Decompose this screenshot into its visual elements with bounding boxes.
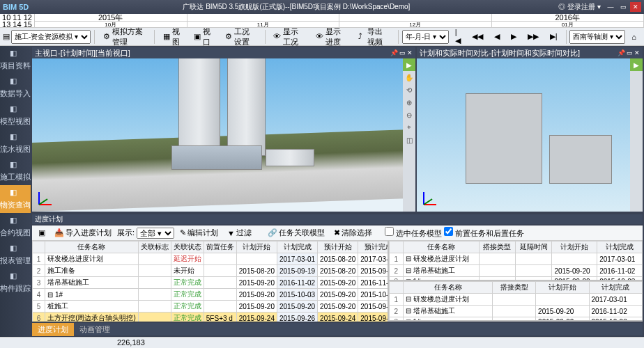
table-row[interactable]: 6 土方开挖(周边承台轴头明挖)正常完成5FS+3 d2015-09-24201…	[33, 313, 389, 322]
zoom-out-icon[interactable]: ⊖	[403, 109, 415, 121]
nav-item-4[interactable]: ◧施工模拟	[0, 157, 31, 185]
table-row[interactable]: 1研发楼总进度计划延迟开始2017-03-012015-08-202017-03…	[33, 253, 389, 265]
status-coords: 226,183	[117, 338, 145, 347]
section-icon[interactable]: ◫	[403, 134, 415, 146]
nav-item-1[interactable]: ◧数据导入	[0, 74, 31, 102]
table-row[interactable]: 5 桩施工正常完成2015-09-202015-09-202015-09-202…	[33, 301, 389, 313]
col-header[interactable]: 关联状态	[171, 242, 204, 253]
col-header[interactable]	[389, 242, 403, 253]
app-brand: BIM 5D	[3, 3, 29, 11]
minimize-button[interactable]: —	[605, 2, 616, 12]
panel-close-icon[interactable]: ✕	[634, 49, 640, 56]
3d-viewport-compare[interactable]: ▶	[417, 58, 643, 212]
col-header[interactable]: 延隔时间	[516, 242, 552, 253]
successor-table[interactable]: 任务名称搭接类型计划开始计划完成1⊟ 研发楼总进度计划2017-03-012 ⊟…	[389, 281, 643, 322]
table-row[interactable]: 3 塔吊基础施工正常完成2015-09-202016-11-022015-09-…	[33, 277, 389, 289]
col-header[interactable]: 计划开始	[552, 242, 597, 253]
prev-button[interactable]: ◀	[489, 30, 505, 43]
select-tool-icon[interactable]: ▶	[403, 58, 415, 71]
table-row[interactable]: 2 施工准备未开始2015-08-202015-09-192015-08-202…	[33, 265, 389, 277]
user-login[interactable]: ◎ 登录注册 ▾	[558, 2, 601, 12]
panel-title: 主视口-[计划时间][当前视口]	[35, 48, 130, 58]
home-view-icon[interactable]: ⌂	[627, 31, 641, 43]
col-header[interactable]: 搭接类型	[493, 282, 536, 294]
table-row[interactable]: 2 ⊟ 塔吊基础施工2015-09-202016-11-02	[389, 265, 642, 277]
nav-item-2[interactable]: ◧模型视图	[0, 102, 31, 129]
schedule-title: 进度计划	[32, 214, 643, 224]
tree-toggle-icon[interactable]: ▣	[35, 228, 49, 238]
col-header[interactable]: 任务名称	[45, 242, 139, 253]
col-header[interactable]: 前置任务	[204, 242, 236, 253]
filter-button[interactable]: ▼ 过滤	[224, 227, 255, 239]
panel-max-icon[interactable]: ▭	[399, 49, 406, 56]
first-button[interactable]: |◀	[450, 26, 466, 47]
fit-icon[interactable]: ⌖	[403, 121, 415, 134]
col-header[interactable]: 计划完成	[277, 242, 317, 253]
panel-pin-icon[interactable]: 📌	[618, 49, 625, 56]
select-tool-icon[interactable]: ▶	[630, 58, 643, 71]
chk-selected-model[interactable]: 选中任务模型	[385, 227, 442, 239]
date-format-combo[interactable]: 年-月-日 ▾	[402, 30, 449, 44]
col-header[interactable]	[33, 242, 45, 253]
maximize-button[interactable]: ▭	[618, 2, 629, 12]
col-header[interactable]: 预计开始	[318, 242, 358, 253]
pan-tool-icon[interactable]: ✋	[403, 71, 415, 84]
col-header[interactable]: 计划开始	[236, 242, 277, 253]
app-title: 广联达 BIM5D 3.5旗舰版(正式版)--[BIM5D项目案例 D:\Wor…	[34, 2, 558, 12]
table-row[interactable]: 2 ⊟ 塔吊基础施工2015-09-202016-11-02	[389, 306, 642, 317]
zoom-in-icon[interactable]: ⊕	[403, 96, 415, 109]
tab-schedule[interactable]: 进度计划	[32, 323, 74, 336]
table-row[interactable]: 4 ⊟ 1#正常完成2015-09-202015-10-032015-09-20…	[33, 289, 389, 301]
table-row[interactable]: 1⊟ 研发楼总进度计划2017-03-01	[389, 253, 642, 265]
orbit-tool-icon[interactable]: ⟲	[403, 84, 415, 96]
col-header[interactable]: 计划完成	[589, 282, 642, 294]
titlebar: BIM 5D 广联达 BIM5D 3.5旗舰版(正式版)--[BIM5D项目案例…	[0, 0, 644, 14]
nav-item-0[interactable]: ◧项目资料	[0, 46, 31, 74]
nav-icon: ◧	[10, 271, 21, 283]
col-header[interactable]: 任务名称	[403, 242, 479, 253]
gear-icon: ⚙	[103, 32, 110, 42]
svg-line-5	[424, 199, 432, 205]
camera-combo[interactable]: 西南等轴测 ▾	[569, 30, 625, 44]
nav-toggle-icon[interactable]: ▤	[3, 32, 10, 41]
predecessor-table[interactable]: 任务名称搭接类型延隔时间计划开始计划完成1⊟ 研发楼总进度计划2017-03-0…	[389, 241, 643, 281]
eye-icon: 👁	[273, 32, 281, 42]
cube-icon: ▦	[163, 32, 170, 42]
model-combo[interactable]: 施工-资金资源模拟 ▾	[11, 30, 91, 44]
nav-icon: ◧	[10, 104, 21, 116]
eye-icon: 👁	[316, 32, 323, 42]
nav-item-7[interactable]: ◧报表管理	[0, 241, 31, 269]
col-header[interactable]: 预计完成	[358, 242, 389, 253]
col-header[interactable]	[389, 282, 403, 294]
schedule-table[interactable]: 任务名称关联标志关联状态前置任务计划开始计划完成预计开始预计完成实际1研发楼总进…	[32, 241, 389, 322]
nav-item-6[interactable]: ◧合约视图	[0, 213, 31, 241]
compare-viewport-panel: 计划和实际时间对比-[计划时间和实际时间对比] 📌▭✕ ▶	[417, 47, 643, 212]
rewind-button[interactable]: ◀◀	[467, 30, 488, 43]
table-row[interactable]: 1⊟ 研发楼总进度计划2017-03-01	[389, 294, 642, 306]
panel-close-icon[interactable]: ✕	[407, 49, 413, 56]
show-filter-combo[interactable]: 全部 ▾	[137, 228, 174, 239]
nav-item-5[interactable]: ◧物资查询	[0, 185, 31, 213]
col-header[interactable]: 任务名称	[403, 282, 493, 294]
fwd-button[interactable]: ▶▶	[523, 30, 544, 43]
assoc-model-button[interactable]: 🔗 任务关联模型	[264, 227, 328, 239]
col-header[interactable]: 计划完成	[597, 242, 643, 253]
panel-pin-icon[interactable]: 📌	[390, 49, 398, 56]
edit-plan-button[interactable]: ✎ 编辑计划	[176, 227, 222, 239]
play-button[interactable]: ▶	[506, 30, 521, 43]
close-button[interactable]: ✕	[630, 2, 641, 12]
col-header[interactable]: 关联标志	[138, 242, 171, 253]
panel-title: 计划和实际时间对比-[计划时间和实际时间对比]	[420, 48, 580, 58]
last-button[interactable]: ▶|	[545, 30, 562, 43]
panel-max-icon[interactable]: ▭	[627, 49, 633, 56]
col-header[interactable]: 搭接类型	[479, 242, 515, 253]
nav-item-8[interactable]: ◧构件跟踪	[0, 269, 31, 296]
col-header[interactable]: 计划开始	[536, 282, 589, 294]
clear-select-button[interactable]: ✖ 清除选择	[330, 227, 376, 239]
tab-animation[interactable]: 动画管理	[74, 323, 116, 336]
nav-item-3[interactable]: ◧流水视图	[0, 129, 31, 157]
table-row[interactable]: 3 ⊟ 1#2015-09-202015-10-03	[389, 317, 642, 322]
3d-viewport-main[interactable]: ▶ ✋ ⟲ ⊕ ⊖ ⌖ ◫	[32, 58, 415, 212]
chk-pre-post[interactable]: 前置任务和后置任务	[444, 227, 524, 239]
import-schedule-button[interactable]: 📥 导入进度计划	[51, 227, 115, 239]
